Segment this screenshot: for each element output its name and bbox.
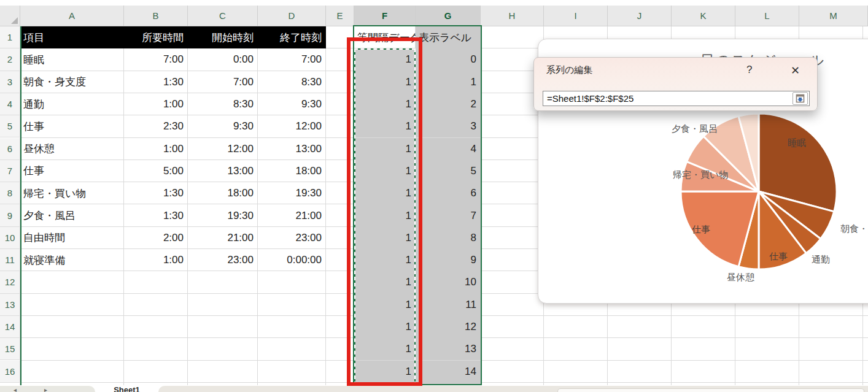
- column-header-M[interactable]: M: [799, 6, 868, 26]
- row-header-6[interactable]: 6: [0, 138, 20, 160]
- cell-F14[interactable]: 1: [354, 316, 416, 338]
- prev-sheet-arrow-icon[interactable]: ◂: [14, 386, 17, 392]
- row-header-12[interactable]: 12: [0, 271, 20, 293]
- column-header-C[interactable]: C: [188, 6, 258, 26]
- cell-B9[interactable]: 1:30: [124, 204, 188, 226]
- cell-C2[interactable]: 0:00: [188, 48, 258, 71]
- cell-G9[interactable]: 7: [416, 204, 481, 226]
- column-header-A[interactable]: A: [20, 6, 124, 26]
- cell-F7[interactable]: 1: [354, 160, 416, 182]
- series-range-input[interactable]: [543, 91, 810, 106]
- horizontal-scrollbar-thumb[interactable]: [557, 388, 864, 392]
- cell-B8[interactable]: 1:30: [124, 182, 188, 204]
- cell-G1[interactable]: 表示ラベル: [416, 26, 481, 48]
- column-header-I[interactable]: I: [544, 6, 608, 26]
- cell-F9[interactable]: 1: [354, 204, 416, 226]
- cell-A6[interactable]: 昼休憩: [20, 138, 124, 160]
- row-header-11[interactable]: 11: [0, 249, 20, 271]
- cell-F3[interactable]: 1: [354, 71, 416, 93]
- row-header-5[interactable]: 5: [0, 115, 20, 137]
- cell-F10[interactable]: 1: [354, 227, 416, 249]
- cell-G3[interactable]: 1: [416, 71, 481, 93]
- column-header-H[interactable]: H: [481, 6, 544, 26]
- row-header-3[interactable]: 3: [0, 71, 20, 93]
- cell-B11[interactable]: 1:00: [124, 249, 188, 271]
- row-header-8[interactable]: 8: [0, 182, 20, 204]
- column-header-J[interactable]: J: [608, 6, 672, 26]
- cell-G15[interactable]: 13: [416, 338, 481, 360]
- cell-C7[interactable]: 13:00: [188, 160, 258, 182]
- cell-C11[interactable]: 23:00: [188, 249, 258, 271]
- cell-F16[interactable]: 1: [354, 361, 416, 383]
- cell-C10[interactable]: 21:00: [188, 227, 258, 249]
- cell-F1[interactable]: 等間隔データ: [354, 26, 416, 48]
- cell-G13[interactable]: 11: [416, 294, 481, 316]
- column-header-B[interactable]: B: [124, 6, 188, 26]
- column-header-K[interactable]: K: [672, 6, 735, 26]
- row-header-7[interactable]: 7: [0, 160, 20, 182]
- cell-D8[interactable]: 19:30: [258, 182, 326, 204]
- cell-F11[interactable]: 1: [354, 249, 416, 271]
- cell-F15[interactable]: 1: [354, 338, 416, 360]
- cell-A5[interactable]: 仕事: [20, 115, 124, 137]
- cell-D3[interactable]: 8:30: [258, 71, 326, 93]
- cell-F6[interactable]: 1: [354, 138, 416, 160]
- cell-B7[interactable]: 5:00: [124, 160, 188, 182]
- cell-A7[interactable]: 仕事: [20, 160, 124, 182]
- column-header-E[interactable]: E: [326, 6, 354, 26]
- cell-G7[interactable]: 5: [416, 160, 481, 182]
- cell-D1[interactable]: 終了時刻: [258, 26, 326, 48]
- row-header-2[interactable]: 2: [0, 48, 20, 71]
- cell-G4[interactable]: 2: [416, 93, 481, 115]
- cell-A3[interactable]: 朝食・身支度: [20, 71, 124, 93]
- cell-A8[interactable]: 帰宅・買い物: [20, 182, 124, 204]
- cell-D2[interactable]: 7:00: [258, 48, 326, 71]
- cell-F13[interactable]: 1: [354, 294, 416, 316]
- column-header-L[interactable]: L: [735, 6, 799, 26]
- select-all-corner[interactable]: [0, 6, 20, 26]
- cell-D7[interactable]: 18:00: [258, 160, 326, 182]
- cell-B5[interactable]: 2:30: [124, 115, 188, 137]
- row-header-13[interactable]: 13: [0, 294, 20, 316]
- cell-D9[interactable]: 21:00: [258, 204, 326, 226]
- cell-A9[interactable]: 夕食・風呂: [20, 204, 124, 226]
- row-header-15[interactable]: 15: [0, 338, 20, 360]
- row-header-16[interactable]: 16: [0, 361, 20, 383]
- cell-A10[interactable]: 自由時間: [20, 227, 124, 249]
- cell-F12[interactable]: 1: [354, 271, 416, 293]
- column-header-G[interactable]: G: [416, 6, 481, 26]
- cell-G14[interactable]: 12: [416, 316, 481, 338]
- cell-D11[interactable]: 0:00:00: [258, 249, 326, 271]
- cell-G11[interactable]: 9: [416, 249, 481, 271]
- cell-C6[interactable]: 12:00: [188, 138, 258, 160]
- cell-B6[interactable]: 1:00: [124, 138, 188, 160]
- cell-D5[interactable]: 12:00: [258, 115, 326, 137]
- row-header-10[interactable]: 10: [0, 227, 20, 249]
- cell-A2[interactable]: 睡眠: [20, 48, 124, 71]
- cell-D10[interactable]: 23:00: [258, 227, 326, 249]
- cell-F8[interactable]: 1: [354, 182, 416, 204]
- edit-series-dialog[interactable]: 系列の編集 ? ✕: [533, 57, 818, 111]
- row-header-9[interactable]: 9: [0, 204, 20, 226]
- close-button[interactable]: ✕: [787, 63, 804, 79]
- cell-G10[interactable]: 8: [416, 227, 481, 249]
- help-button[interactable]: ?: [743, 63, 756, 77]
- cell-A4[interactable]: 通勤: [20, 93, 124, 115]
- cell-D6[interactable]: 13:00: [258, 138, 326, 160]
- cell-G5[interactable]: 3: [416, 115, 481, 137]
- cell-F4[interactable]: 1: [354, 93, 416, 115]
- column-header-D[interactable]: D: [258, 6, 326, 26]
- cell-B4[interactable]: 1:00: [124, 93, 188, 115]
- cell-A11[interactable]: 就寝準備: [20, 249, 124, 271]
- cell-B1[interactable]: 所要時間: [124, 26, 188, 48]
- cell-G12[interactable]: 10: [416, 271, 481, 293]
- cell-C1[interactable]: 開始時刻: [188, 26, 258, 48]
- cell-D4[interactable]: 9:30: [258, 93, 326, 115]
- next-sheet-arrow-icon[interactable]: ▸: [44, 386, 47, 392]
- cell-B3[interactable]: 1:30: [124, 71, 188, 93]
- cell-C4[interactable]: 8:30: [188, 93, 258, 115]
- cell-C3[interactable]: 7:00: [188, 71, 258, 93]
- cell-B10[interactable]: 2:00: [124, 227, 188, 249]
- cell-B2[interactable]: 7:00: [124, 48, 188, 71]
- row-header-14[interactable]: 14: [0, 316, 20, 338]
